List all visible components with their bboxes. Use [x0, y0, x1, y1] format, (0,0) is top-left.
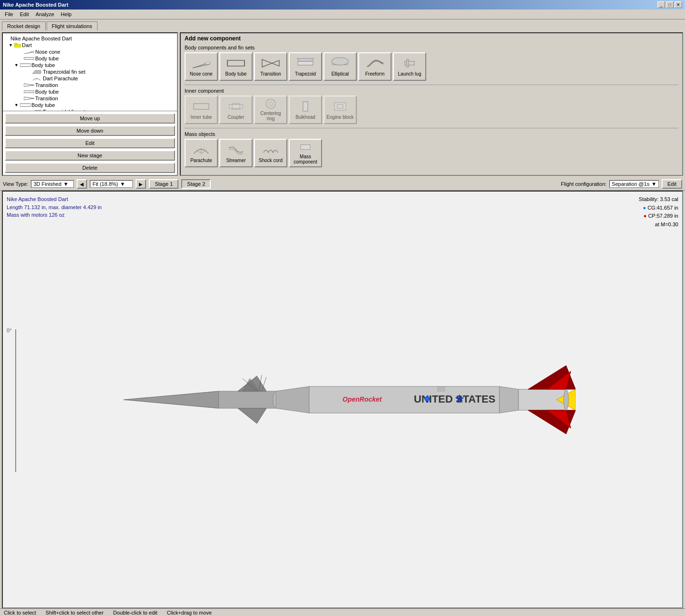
move-up-button[interactable]: Move up — [5, 113, 175, 124]
view-toolbar: View Type: 3D Finished ▼ ◀ Fit (18.8%) ▼… — [0, 178, 685, 191]
menu-help[interactable]: Help — [58, 10, 75, 18]
mass-objects-section: Mass objects Parachute — [181, 130, 682, 169]
tree-body-tube-2[interactable]: ▼ Body tube — [5, 62, 175, 68]
mass-component-preview — [296, 142, 315, 153]
left-panel: Nike Apache Boosted Dart ▼ Dart — [2, 32, 178, 176]
component-tree[interactable]: Nike Apache Boosted Dart ▼ Dart — [3, 33, 177, 111]
tree-body-tube-3[interactable]: Body tube — [5, 88, 175, 95]
menu-analyze[interactable]: Analyze — [33, 10, 57, 18]
tree-body-tube-4[interactable]: ▼ Body tube — [5, 102, 175, 108]
close-button[interactable]: ✕ — [675, 1, 682, 8]
transition-svg — [276, 386, 309, 413]
cg-dot-icon: ● — [643, 205, 646, 211]
svg-rect-43 — [301, 145, 310, 150]
degree-value: 0° — [7, 327, 12, 333]
minimize-button[interactable]: _ — [657, 1, 665, 8]
streamer-btn[interactable]: Streamer — [219, 139, 253, 167]
rocket-svg-area: OpenRocket UNITED STATES ★ — [3, 192, 682, 607]
svg-rect-26 — [298, 61, 313, 65]
mass-component-btn[interactable]: Mass component — [289, 139, 322, 167]
menu-edit[interactable]: Edit — [17, 10, 32, 18]
view-type-select[interactable]: 3D Finished ▼ — [31, 180, 74, 188]
svg-point-29 — [332, 58, 349, 65]
main-container: Rocket design Flight simulations Nike Ap… — [0, 19, 685, 616]
launch-lug-btn-label: Launch lug — [398, 71, 421, 77]
tree-transition-2[interactable]: Transition — [5, 95, 175, 102]
svg-marker-27 — [297, 58, 314, 61]
launch-lug-btn[interactable]: Launch lug — [393, 52, 426, 81]
cp-value: CP:57.289 in — [648, 213, 678, 219]
body-tube-2-label: Body tube — [31, 62, 55, 68]
tree-dart[interactable]: ▼ Dart — [5, 42, 175, 48]
engine-block-btn-label: Engine block — [326, 115, 353, 120]
streamer-preview — [226, 143, 245, 156]
body-tube-tree-icon-3 — [24, 89, 34, 94]
body-components-section: Body components and fin sets Nose cone — [181, 44, 682, 83]
nose-cone-btn[interactable]: Nose cone — [185, 52, 218, 81]
bulkhead-preview — [296, 100, 315, 113]
inner-tube-btn[interactable]: Inner tube — [185, 96, 218, 124]
nav-right-button[interactable]: ▶ — [136, 179, 146, 189]
engine-block-btn[interactable]: Engine block — [323, 96, 357, 124]
inner-components-section: Inner component Inner tube — [181, 87, 682, 126]
body-tube-tree-icon-2 — [20, 63, 30, 67]
flight-config-edit-button[interactable]: Edit — [662, 179, 682, 189]
tab-flight-simulations[interactable]: Flight simulations — [47, 21, 98, 30]
svg-marker-10 — [24, 97, 34, 100]
svg-point-35 — [266, 99, 275, 109]
elliptical-btn-label: Elliptical — [332, 71, 349, 77]
tab-rocket-design[interactable]: Rocket design — [2, 21, 46, 30]
tree-transition-1[interactable]: Transition — [5, 82, 175, 88]
rocket-info-right: Stability: 3.53 cal ● CG:41.657 in ● CP:… — [639, 195, 678, 229]
tree-trap-fin-1[interactable]: Trapezoidal fin set — [5, 68, 175, 75]
stage1-button[interactable]: Stage 1 — [149, 179, 178, 189]
shock-cord-btn[interactable]: Shock cord — [254, 139, 287, 167]
new-stage-button[interactable]: New stage — [5, 150, 175, 161]
divider-1 — [185, 85, 678, 85]
nose-cone-btn-label: Nose cone — [190, 71, 213, 77]
coupler-btn[interactable]: Coupler — [219, 96, 253, 124]
fit-select[interactable]: Fit (18.8%) ▼ — [90, 180, 133, 188]
transition-btn[interactable]: Transition — [254, 52, 287, 81]
trapezoid-btn[interactable]: Trapezoid — [289, 52, 322, 81]
cg-marker — [425, 396, 430, 401]
flight-config: Flight configuration: Separation @1s ▼ E… — [561, 179, 682, 189]
flight-config-select[interactable]: Separation @1s ▼ — [609, 180, 659, 188]
upper-content: Nike Apache Boosted Dart ▼ Dart — [0, 30, 685, 178]
dart-expand[interactable]: ▼ — [9, 43, 14, 48]
tree-root[interactable]: Nike Apache Boosted Dart — [5, 35, 175, 42]
centering-ring-btn[interactable]: Centering ring — [254, 96, 287, 124]
fin-tree-icon-1 — [31, 69, 42, 74]
body-tube-btn[interactable]: Body tube — [219, 52, 253, 81]
bulkhead-btn[interactable]: Bulkhead — [289, 96, 322, 124]
parachute-btn[interactable]: Parachute — [185, 139, 218, 167]
delete-button[interactable]: Delete — [5, 163, 175, 173]
maximize-button[interactable]: □ — [666, 1, 674, 8]
view-type-value: 3D Finished — [33, 181, 61, 187]
svg-marker-6 — [32, 70, 41, 74]
svg-rect-1 — [14, 43, 17, 45]
stage2-button[interactable]: Stage 2 — [181, 179, 211, 189]
transition-tree-icon-1 — [24, 83, 34, 87]
menu-file[interactable]: File — [2, 10, 16, 18]
move-down-button[interactable]: Move down — [5, 125, 175, 136]
tree-nose-cone[interactable]: Nose cone — [5, 48, 175, 55]
body-tube-1-label: Body tube — [35, 56, 59, 61]
elliptical-btn[interactable]: Elliptical — [323, 52, 357, 81]
svg-line-40 — [197, 151, 201, 154]
body-tube-tree-icon-1 — [24, 56, 34, 61]
status-double-click: Double-click to edit — [113, 610, 157, 616]
body-tube-4-expand[interactable]: ▼ — [14, 103, 20, 107]
svg-rect-3 — [31, 51, 34, 52]
freeform-btn[interactable]: Freeform — [358, 52, 391, 81]
body-tube-2-expand[interactable]: ▼ — [14, 63, 20, 67]
nav-left-button[interactable]: ◀ — [77, 179, 87, 189]
tree-dart-parachute[interactable]: Dart Parachute — [5, 75, 175, 82]
edit-button[interactable]: Edit — [5, 138, 175, 148]
elliptical-preview — [331, 57, 350, 70]
tree-body-tube-1[interactable]: Body tube — [5, 55, 175, 62]
svg-point-36 — [269, 102, 273, 106]
nozzle — [564, 389, 568, 410]
svg-rect-11 — [20, 104, 30, 106]
transition-preview — [261, 57, 280, 70]
